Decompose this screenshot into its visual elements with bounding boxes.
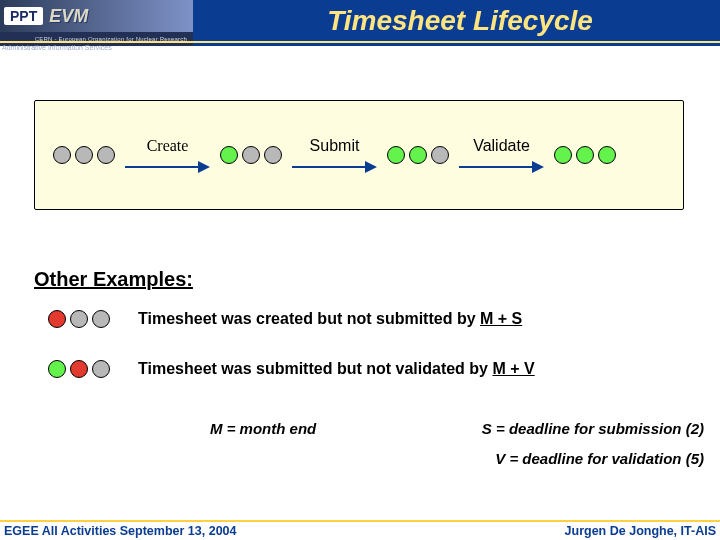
example-text-2-pre: Timesheet was submitted but not validate… [138,360,492,377]
example-text-2: Timesheet was submitted but not validate… [138,360,535,378]
arrow-icon [292,161,377,173]
logo-block: PPT EVM CERN - European Organization for… [0,0,195,46]
traffic-light-initial [53,146,115,164]
legend-month: M = month end [210,420,316,437]
create-label: Create [147,137,189,155]
arrow-icon [125,161,210,173]
ais-tagline: Administrative Information Services [2,44,112,51]
light-circle [576,146,594,164]
light-circle [53,146,71,164]
light-circle [220,146,238,164]
example-text-1: Timesheet was created but not submitted … [138,310,522,328]
submit-label: Submit [310,137,360,155]
slide-title: Timesheet Lifecycle [200,0,720,42]
light-circle [387,146,405,164]
light-circle [48,360,66,378]
light-circle [70,310,88,328]
validate-label: Validate [473,137,530,155]
traffic-light-submitted [387,146,449,164]
arrow-submit: Submit [292,137,377,173]
logo-evm: EVM [49,6,88,27]
light-circle [70,360,88,378]
example-row: Timesheet was created but not submitted … [48,310,522,328]
light-circle [598,146,616,164]
logo-top: PPT EVM [0,0,193,32]
traffic-light-validated [554,146,616,164]
footer-right: Jurgen De Jonghe, IT-AIS [565,524,716,538]
traffic-light-example-2 [48,360,110,378]
light-circle [97,146,115,164]
example-text-2-u: M + V [492,360,534,377]
lifecycle-panel: Create Submit Validate [34,100,684,210]
example-text-1-pre: Timesheet was created but not submitted … [138,310,480,327]
traffic-light-created [220,146,282,164]
footer-left: EGEE All Activities September 13, 2004 [4,524,237,538]
logo-ppt: PPT [4,7,43,25]
light-circle [554,146,572,164]
legend-submission: S = deadline for submission (2) [482,420,704,437]
traffic-light-example-1 [48,310,110,328]
title-underline [0,41,720,43]
arrow-validate: Validate [459,137,544,173]
examples-heading: Other Examples: [34,268,193,291]
arrow-create: Create [125,137,210,173]
example-row: Timesheet was submitted but not validate… [48,360,535,378]
light-circle [264,146,282,164]
slide-header: PPT EVM CERN - European Organization for… [0,0,720,46]
arrow-icon [459,161,544,173]
light-circle [92,310,110,328]
light-circle [409,146,427,164]
slide-footer: EGEE All Activities September 13, 2004 J… [0,520,720,540]
light-circle [75,146,93,164]
example-text-1-u: M + S [480,310,522,327]
light-circle [92,360,110,378]
legend-validation: V = deadline for validation (5) [495,450,704,467]
light-circle [431,146,449,164]
light-circle [48,310,66,328]
light-circle [242,146,260,164]
